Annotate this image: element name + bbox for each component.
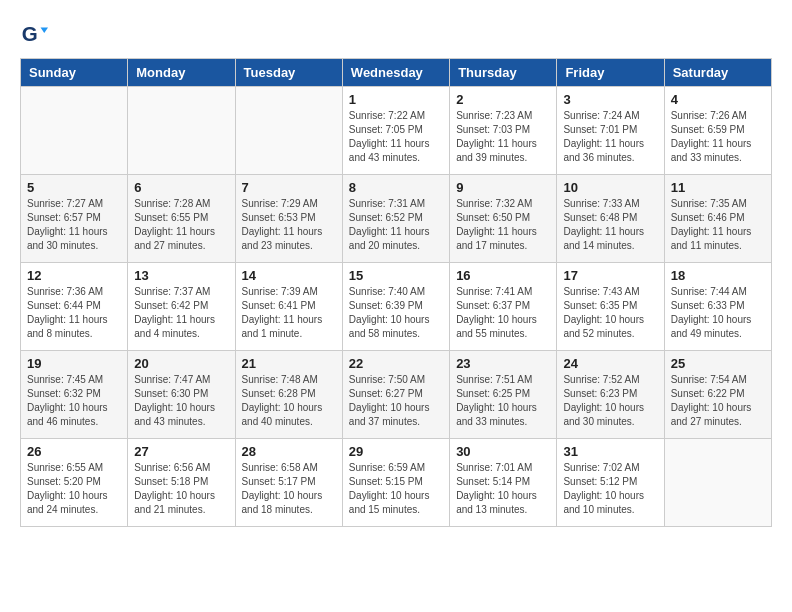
calendar-week-1: 1Sunrise: 7:22 AM Sunset: 7:05 PM Daylig… bbox=[21, 87, 772, 175]
day-number: 11 bbox=[671, 180, 765, 195]
day-number: 24 bbox=[563, 356, 657, 371]
day-info: Sunrise: 7:29 AM Sunset: 6:53 PM Dayligh… bbox=[242, 197, 336, 253]
day-info: Sunrise: 7:01 AM Sunset: 5:14 PM Dayligh… bbox=[456, 461, 550, 517]
day-number: 2 bbox=[456, 92, 550, 107]
day-info: Sunrise: 7:35 AM Sunset: 6:46 PM Dayligh… bbox=[671, 197, 765, 253]
day-info: Sunrise: 6:58 AM Sunset: 5:17 PM Dayligh… bbox=[242, 461, 336, 517]
day-info: Sunrise: 6:56 AM Sunset: 5:18 PM Dayligh… bbox=[134, 461, 228, 517]
day-info: Sunrise: 7:33 AM Sunset: 6:48 PM Dayligh… bbox=[563, 197, 657, 253]
day-info: Sunrise: 7:41 AM Sunset: 6:37 PM Dayligh… bbox=[456, 285, 550, 341]
calendar-cell: 11Sunrise: 7:35 AM Sunset: 6:46 PM Dayli… bbox=[664, 175, 771, 263]
day-number: 26 bbox=[27, 444, 121, 459]
day-number: 25 bbox=[671, 356, 765, 371]
calendar-cell: 1Sunrise: 7:22 AM Sunset: 7:05 PM Daylig… bbox=[342, 87, 449, 175]
calendar-cell: 14Sunrise: 7:39 AM Sunset: 6:41 PM Dayli… bbox=[235, 263, 342, 351]
calendar-cell: 17Sunrise: 7:43 AM Sunset: 6:35 PM Dayli… bbox=[557, 263, 664, 351]
calendar-cell bbox=[21, 87, 128, 175]
day-info: Sunrise: 6:59 AM Sunset: 5:15 PM Dayligh… bbox=[349, 461, 443, 517]
day-number: 21 bbox=[242, 356, 336, 371]
day-number: 3 bbox=[563, 92, 657, 107]
day-number: 4 bbox=[671, 92, 765, 107]
day-number: 15 bbox=[349, 268, 443, 283]
day-info: Sunrise: 7:02 AM Sunset: 5:12 PM Dayligh… bbox=[563, 461, 657, 517]
svg-text:G: G bbox=[22, 22, 38, 45]
day-info: Sunrise: 7:45 AM Sunset: 6:32 PM Dayligh… bbox=[27, 373, 121, 429]
calendar-cell bbox=[235, 87, 342, 175]
day-number: 30 bbox=[456, 444, 550, 459]
day-number: 20 bbox=[134, 356, 228, 371]
calendar-cell: 19Sunrise: 7:45 AM Sunset: 6:32 PM Dayli… bbox=[21, 351, 128, 439]
calendar-cell bbox=[664, 439, 771, 527]
calendar-cell: 3Sunrise: 7:24 AM Sunset: 7:01 PM Daylig… bbox=[557, 87, 664, 175]
day-info: Sunrise: 7:31 AM Sunset: 6:52 PM Dayligh… bbox=[349, 197, 443, 253]
day-number: 6 bbox=[134, 180, 228, 195]
day-info: Sunrise: 7:43 AM Sunset: 6:35 PM Dayligh… bbox=[563, 285, 657, 341]
calendar-cell: 29Sunrise: 6:59 AM Sunset: 5:15 PM Dayli… bbox=[342, 439, 449, 527]
day-header-thursday: Thursday bbox=[450, 59, 557, 87]
calendar-week-3: 12Sunrise: 7:36 AM Sunset: 6:44 PM Dayli… bbox=[21, 263, 772, 351]
day-number: 16 bbox=[456, 268, 550, 283]
calendar-cell: 6Sunrise: 7:28 AM Sunset: 6:55 PM Daylig… bbox=[128, 175, 235, 263]
day-info: Sunrise: 7:54 AM Sunset: 6:22 PM Dayligh… bbox=[671, 373, 765, 429]
day-info: Sunrise: 7:50 AM Sunset: 6:27 PM Dayligh… bbox=[349, 373, 443, 429]
day-header-wednesday: Wednesday bbox=[342, 59, 449, 87]
calendar-cell: 18Sunrise: 7:44 AM Sunset: 6:33 PM Dayli… bbox=[664, 263, 771, 351]
day-info: Sunrise: 6:55 AM Sunset: 5:20 PM Dayligh… bbox=[27, 461, 121, 517]
calendar-cell: 31Sunrise: 7:02 AM Sunset: 5:12 PM Dayli… bbox=[557, 439, 664, 527]
page-header: G bbox=[20, 20, 772, 48]
day-number: 7 bbox=[242, 180, 336, 195]
svg-marker-1 bbox=[41, 27, 48, 33]
day-info: Sunrise: 7:36 AM Sunset: 6:44 PM Dayligh… bbox=[27, 285, 121, 341]
day-number: 19 bbox=[27, 356, 121, 371]
calendar-cell: 8Sunrise: 7:31 AM Sunset: 6:52 PM Daylig… bbox=[342, 175, 449, 263]
calendar-cell: 7Sunrise: 7:29 AM Sunset: 6:53 PM Daylig… bbox=[235, 175, 342, 263]
calendar-body: 1Sunrise: 7:22 AM Sunset: 7:05 PM Daylig… bbox=[21, 87, 772, 527]
calendar-cell: 2Sunrise: 7:23 AM Sunset: 7:03 PM Daylig… bbox=[450, 87, 557, 175]
day-info: Sunrise: 7:24 AM Sunset: 7:01 PM Dayligh… bbox=[563, 109, 657, 165]
day-info: Sunrise: 7:44 AM Sunset: 6:33 PM Dayligh… bbox=[671, 285, 765, 341]
calendar-cell: 13Sunrise: 7:37 AM Sunset: 6:42 PM Dayli… bbox=[128, 263, 235, 351]
day-number: 8 bbox=[349, 180, 443, 195]
calendar-week-4: 19Sunrise: 7:45 AM Sunset: 6:32 PM Dayli… bbox=[21, 351, 772, 439]
day-header-sunday: Sunday bbox=[21, 59, 128, 87]
calendar-cell: 16Sunrise: 7:41 AM Sunset: 6:37 PM Dayli… bbox=[450, 263, 557, 351]
calendar-cell bbox=[128, 87, 235, 175]
day-number: 18 bbox=[671, 268, 765, 283]
day-header-saturday: Saturday bbox=[664, 59, 771, 87]
calendar-cell: 23Sunrise: 7:51 AM Sunset: 6:25 PM Dayli… bbox=[450, 351, 557, 439]
day-number: 23 bbox=[456, 356, 550, 371]
day-number: 12 bbox=[27, 268, 121, 283]
day-info: Sunrise: 7:52 AM Sunset: 6:23 PM Dayligh… bbox=[563, 373, 657, 429]
calendar-week-2: 5Sunrise: 7:27 AM Sunset: 6:57 PM Daylig… bbox=[21, 175, 772, 263]
day-info: Sunrise: 7:22 AM Sunset: 7:05 PM Dayligh… bbox=[349, 109, 443, 165]
calendar-cell: 9Sunrise: 7:32 AM Sunset: 6:50 PM Daylig… bbox=[450, 175, 557, 263]
logo-icon: G bbox=[20, 20, 48, 48]
day-info: Sunrise: 7:47 AM Sunset: 6:30 PM Dayligh… bbox=[134, 373, 228, 429]
day-info: Sunrise: 7:37 AM Sunset: 6:42 PM Dayligh… bbox=[134, 285, 228, 341]
calendar-header-row: SundayMondayTuesdayWednesdayThursdayFrid… bbox=[21, 59, 772, 87]
logo: G bbox=[20, 20, 52, 48]
calendar-cell: 28Sunrise: 6:58 AM Sunset: 5:17 PM Dayli… bbox=[235, 439, 342, 527]
day-number: 31 bbox=[563, 444, 657, 459]
day-number: 5 bbox=[27, 180, 121, 195]
day-info: Sunrise: 7:27 AM Sunset: 6:57 PM Dayligh… bbox=[27, 197, 121, 253]
calendar-cell: 10Sunrise: 7:33 AM Sunset: 6:48 PM Dayli… bbox=[557, 175, 664, 263]
day-info: Sunrise: 7:48 AM Sunset: 6:28 PM Dayligh… bbox=[242, 373, 336, 429]
day-number: 14 bbox=[242, 268, 336, 283]
day-number: 29 bbox=[349, 444, 443, 459]
day-number: 1 bbox=[349, 92, 443, 107]
calendar-table: SundayMondayTuesdayWednesdayThursdayFrid… bbox=[20, 58, 772, 527]
calendar-cell: 5Sunrise: 7:27 AM Sunset: 6:57 PM Daylig… bbox=[21, 175, 128, 263]
day-info: Sunrise: 7:23 AM Sunset: 7:03 PM Dayligh… bbox=[456, 109, 550, 165]
calendar-cell: 24Sunrise: 7:52 AM Sunset: 6:23 PM Dayli… bbox=[557, 351, 664, 439]
day-info: Sunrise: 7:26 AM Sunset: 6:59 PM Dayligh… bbox=[671, 109, 765, 165]
calendar-week-5: 26Sunrise: 6:55 AM Sunset: 5:20 PM Dayli… bbox=[21, 439, 772, 527]
calendar-cell: 12Sunrise: 7:36 AM Sunset: 6:44 PM Dayli… bbox=[21, 263, 128, 351]
day-header-tuesday: Tuesday bbox=[235, 59, 342, 87]
calendar-cell: 25Sunrise: 7:54 AM Sunset: 6:22 PM Dayli… bbox=[664, 351, 771, 439]
calendar-cell: 27Sunrise: 6:56 AM Sunset: 5:18 PM Dayli… bbox=[128, 439, 235, 527]
day-number: 9 bbox=[456, 180, 550, 195]
day-number: 10 bbox=[563, 180, 657, 195]
calendar-cell: 20Sunrise: 7:47 AM Sunset: 6:30 PM Dayli… bbox=[128, 351, 235, 439]
day-number: 27 bbox=[134, 444, 228, 459]
